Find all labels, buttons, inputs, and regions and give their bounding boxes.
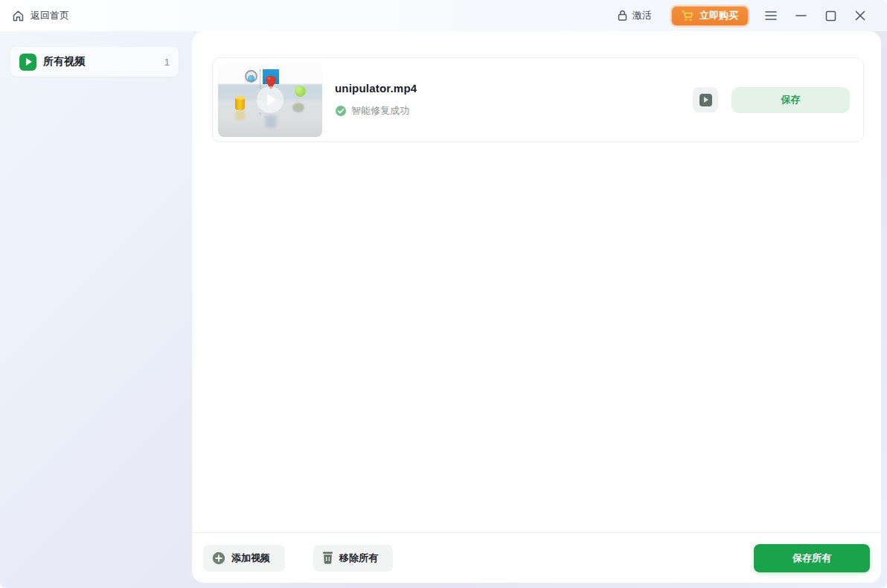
close-icon[interactable] xyxy=(845,4,875,27)
video-info: unipulator.mp4 智能修复成功 xyxy=(335,82,417,118)
save-all-button[interactable]: 保存所有 xyxy=(754,544,870,572)
back-home-label: 返回首页 xyxy=(31,9,69,22)
back-home-button[interactable]: 返回首页 xyxy=(12,9,69,22)
activate-button[interactable]: 激活 xyxy=(617,9,652,22)
thumb-shadow-sphere xyxy=(292,103,304,112)
add-video-label: 添加视频 xyxy=(231,552,270,565)
video-actions: 保存 xyxy=(693,87,850,113)
buy-now-button[interactable]: 立即购买 xyxy=(671,6,749,26)
home-icon xyxy=(12,10,25,22)
maximize-icon[interactable] xyxy=(816,4,845,27)
video-status: 智能修复成功 xyxy=(335,104,417,118)
title-bar: 返回首页 激活 xyxy=(0,0,887,31)
app-window: 返回首页 激活 xyxy=(0,0,887,588)
sidebar-item-all-videos[interactable]: 所有视频 1 xyxy=(10,47,179,77)
save-button[interactable]: 保存 xyxy=(731,87,850,113)
sidebar-item-label: 所有视频 xyxy=(43,55,85,68)
buy-now-label: 立即购买 xyxy=(699,9,738,22)
lock-icon xyxy=(617,10,628,22)
add-video-button[interactable]: 添加视频 xyxy=(203,545,285,572)
cart-icon xyxy=(682,10,694,22)
menu-icon[interactable] xyxy=(756,4,786,27)
preview-play-button[interactable] xyxy=(693,87,718,112)
video-card: unipulator.mp4 智能修复成功 xyxy=(212,57,864,142)
play-overlay-icon[interactable] xyxy=(257,86,284,113)
thumb-dotted-line xyxy=(260,69,260,89)
thumb-green-sphere xyxy=(295,86,306,97)
video-list: unipulator.mp4 智能修复成功 xyxy=(192,31,881,532)
remove-all-label: 移除所有 xyxy=(339,552,378,565)
thumb-gripper-object xyxy=(245,70,257,83)
plus-circle-icon xyxy=(212,552,225,565)
trash-icon xyxy=(322,552,333,564)
main-panel: unipulator.mp4 智能修复成功 xyxy=(192,31,881,583)
thumb-cylinder-reflection xyxy=(235,111,245,120)
video-filename: unipulator.mp4 xyxy=(335,82,417,95)
check-circle-icon xyxy=(335,105,347,117)
sidebar-item-count: 1 xyxy=(164,57,170,68)
minimize-icon[interactable] xyxy=(786,4,816,27)
thumb-sparkle xyxy=(264,116,266,118)
sidebar: 所有视频 1 xyxy=(0,31,192,588)
activate-label: 激活 xyxy=(633,9,652,22)
video-thumbnail[interactable] xyxy=(218,63,322,137)
footer-bar: 添加视频 移除所有 保存所有 xyxy=(192,532,881,583)
thumb-sparkle xyxy=(259,112,261,115)
thumb-blue-reflection xyxy=(266,115,276,127)
video-status-label: 智能修复成功 xyxy=(351,104,409,118)
video-play-icon xyxy=(19,54,36,71)
play-icon xyxy=(699,94,712,106)
thumb-yellow-cylinder xyxy=(235,98,245,110)
remove-all-button[interactable]: 移除所有 xyxy=(313,545,393,572)
window-controls xyxy=(756,4,875,27)
